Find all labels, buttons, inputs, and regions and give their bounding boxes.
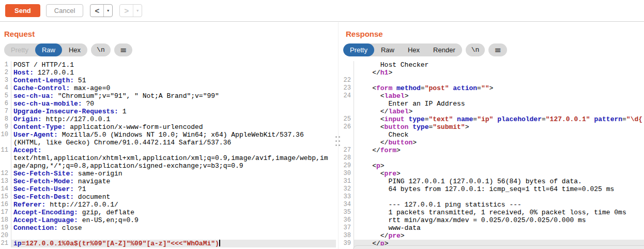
request-code-line[interactable]: 20	[0, 232, 336, 240]
request-tab-raw[interactable]: Raw	[35, 43, 62, 56]
response-code-line[interactable]: 28	[341, 154, 644, 162]
request-editor[interactable]: 1POST / HTTP/1.12Host: 127.0.0.13Content…	[0, 61, 336, 249]
response-code-line[interactable]: 24 <label>	[341, 92, 644, 100]
line-number: 18	[0, 216, 11, 224]
response-code-line[interactable]: </h1>	[341, 69, 644, 77]
line-number: 16	[0, 201, 11, 209]
response-tab-group: PrettyRawHexRender	[343, 43, 462, 56]
request-code-line[interactable]: 19Connection: close	[0, 224, 336, 232]
response-tab-pretty[interactable]: Pretty	[343, 43, 374, 56]
line-number: 19	[0, 224, 11, 232]
panel-divider	[338, 22, 339, 249]
line-number: 37	[341, 224, 354, 232]
request-code-line[interactable]: 4Cache-Control: max-age=0	[0, 84, 336, 92]
line-number: 20	[0, 232, 11, 240]
line-number: 30	[341, 170, 354, 178]
line-number: 15	[0, 193, 11, 201]
response-code-line[interactable]: 38 </pre>	[341, 232, 644, 240]
line-number: 8	[0, 115, 11, 123]
response-newline-toggle-button[interactable]: \n	[466, 43, 485, 56]
request-code-line[interactable]: 1POST / HTTP/1.1	[0, 61, 336, 69]
line-number: 23	[341, 84, 354, 92]
response-code-line[interactable]: 29 <p>	[341, 162, 644, 170]
request-code-line[interactable]: 3Content-Length: 51	[0, 77, 336, 84]
panel-splitter[interactable]	[334, 136, 341, 159]
cancel-button[interactable]: Cancel	[46, 4, 83, 17]
response-editor[interactable]: Host Checker </h1>2223 <form method="pos…	[341, 61, 644, 249]
forward-history-dropdown-icon: ▼	[133, 5, 142, 17]
response-code-line[interactable]: 34 --- 127.0.0.1 ping statistics ---	[341, 201, 644, 209]
response-code-line[interactable]: 35 1 packets transmitted, 1 received, 0%…	[341, 209, 644, 216]
response-code-line[interactable]: 30 <pre>	[341, 170, 644, 178]
response-code-line[interactable]: 22	[341, 77, 644, 84]
request-code-line[interactable]: text/html,application/xhtml+xml,applicat…	[0, 154, 336, 162]
line-number	[0, 154, 11, 162]
back-arrow-button[interactable]: <	[90, 5, 103, 17]
request-code-line[interactable]: 11Accept:	[0, 147, 336, 154]
line-number: 11	[0, 147, 11, 154]
request-tab-hex[interactable]: Hex	[62, 43, 87, 56]
response-editor-menu-button[interactable]: ≡	[488, 43, 507, 56]
request-code-line[interactable]: 5sec-ch-ua: "Chromium";v="91", " Not;A B…	[0, 92, 336, 100]
line-number: 26	[341, 123, 354, 131]
response-code-line[interactable]: Host Checker	[341, 61, 644, 69]
request-code-line[interactable]: age/apng,*/*;q=0.8,application/signed-ex…	[0, 162, 336, 170]
line-number	[341, 108, 354, 115]
request-code-line[interactable]: 15Sec-Fetch-Dest: document	[0, 193, 336, 201]
request-code-line[interactable]: 14Sec-Fetch-User: ?1	[0, 185, 336, 193]
response-code-line[interactable]: 37 www-data	[341, 224, 644, 232]
request-code-line[interactable]: 18Accept-Language: en-US,en;q=0.9	[0, 216, 336, 224]
line-number	[0, 139, 11, 147]
response-tab-row: PrettyRawHexRender \n ≡	[341, 43, 644, 56]
response-code-line[interactable]: 31 PING 127.0.0.1 (127.0.0.1) 56(84) byt…	[341, 178, 644, 185]
send-button[interactable]: Send	[5, 4, 40, 17]
line-number: 28	[341, 154, 354, 162]
request-code-line[interactable]: (KHTML, like Gecko) Chrome/91.0.4472.114…	[0, 139, 336, 147]
request-code-line[interactable]: 6sec-ch-ua-mobile: ?0	[0, 100, 336, 108]
line-number: 9	[0, 123, 11, 131]
request-editor-menu-button[interactable]: ≡	[114, 43, 132, 56]
line-number: 31	[341, 178, 354, 185]
splitter-dots-icon	[335, 136, 337, 149]
line-number: 7	[0, 108, 11, 115]
response-code-line[interactable]: Check	[341, 131, 644, 139]
response-code-line[interactable]: 26 <button type="submit">	[341, 123, 644, 131]
request-code-line[interactable]: 13Sec-Fetch-Mode: navigate	[0, 178, 336, 185]
search-bar-cutoff[interactable]	[353, 245, 644, 249]
response-title: Response	[341, 22, 644, 38]
request-code-line[interactable]: 10User-Agent: Mozilla/5.0 (Windows NT 10…	[0, 131, 336, 139]
response-code-line[interactable]: Enter an IP Address	[341, 100, 644, 108]
response-panel: Response PrettyRawHexRender \n ≡ Host Ch…	[341, 22, 644, 249]
splitter-dots-icon	[339, 136, 340, 149]
line-number: 5	[0, 92, 11, 100]
forward-arrow-button: >	[120, 5, 133, 17]
response-tab-raw[interactable]: Raw	[374, 43, 401, 56]
response-code-line[interactable]: 33	[341, 193, 644, 201]
line-number: 17	[0, 209, 11, 216]
request-code-line[interactable]: 8Origin: http://127.0.0.1	[0, 115, 336, 123]
request-code-line[interactable]: 9Content-Type: application/x-www-form-ur…	[0, 123, 336, 131]
line-number: 3	[0, 77, 11, 84]
line-number	[341, 131, 354, 139]
line-number: 32	[341, 185, 354, 193]
line-number: 27	[341, 147, 354, 154]
request-code-line[interactable]: 17Accept-Encoding: gzip, deflate	[0, 209, 336, 216]
response-code-line[interactable]: </button>	[341, 139, 644, 147]
response-code-line[interactable]: 32 64 bytes from 127.0.0.1: icmp_seq=1 t…	[341, 185, 644, 193]
response-code-line[interactable]: 23 <form method="post" action="">	[341, 84, 644, 92]
request-code-line[interactable]: 16Referer: http://127.0.0.1/	[0, 201, 336, 209]
response-tab-hex[interactable]: Hex	[401, 43, 426, 56]
response-tab-render[interactable]: Render	[426, 43, 462, 56]
response-code-line[interactable]: 27 </form>	[341, 147, 644, 154]
request-code-line[interactable]: 7Upgrade-Insecure-Requests: 1	[0, 108, 336, 115]
response-code-line[interactable]: </label>	[341, 108, 644, 115]
response-code-line[interactable]: 36 rtt min/avg/max/mdev = 0.025/0.025/0.…	[341, 216, 644, 224]
request-newline-toggle-button[interactable]: \n	[91, 43, 111, 56]
request-code-line[interactable]: 12Sec-Fetch-Site: same-origin	[0, 170, 336, 178]
line-number: 14	[0, 185, 11, 193]
request-code-line[interactable]: 2Host: 127.0.0.1	[0, 69, 336, 77]
request-code-line[interactable]: 21ip=127.0.0.1%0a$(tr%09"[A-Z]"%09"[a-z]…	[0, 240, 336, 247]
line-number: 33	[341, 193, 354, 201]
response-code-line[interactable]: 25 <input type="text" name="ip" placehol…	[341, 115, 644, 123]
back-history-dropdown-icon[interactable]: ▼	[103, 5, 112, 17]
